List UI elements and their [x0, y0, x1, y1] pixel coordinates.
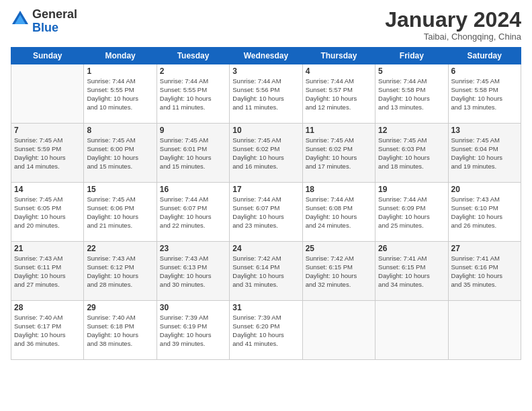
day-cell: 9Sunrise: 7:45 AM Sunset: 6:01 PM Daylig…	[157, 124, 229, 183]
date-number: 4	[306, 66, 372, 76]
day-info: Sunrise: 7:40 AM Sunset: 6:18 PM Dayligh…	[87, 314, 153, 348]
week-row-1: 1Sunrise: 7:44 AM Sunset: 5:55 PM Daylig…	[11, 64, 521, 124]
calendar-page: General Blue January 2024 Taibai, Chongq…	[0, 0, 532, 411]
day-cell	[11, 64, 84, 124]
day-cell: 24Sunrise: 7:42 AM Sunset: 6:14 PM Dayli…	[230, 242, 302, 301]
logo-icon	[11, 9, 30, 28]
date-number: 19	[378, 185, 445, 194]
day-cell: 13Sunrise: 7:45 AM Sunset: 6:04 PM Dayli…	[448, 124, 521, 183]
day-info: Sunrise: 7:44 AM Sunset: 5:55 PM Dayligh…	[87, 77, 153, 111]
day-info: Sunrise: 7:45 AM Sunset: 5:59 PM Dayligh…	[14, 136, 81, 171]
day-cell: 4Sunrise: 7:44 AM Sunset: 5:57 PM Daylig…	[302, 64, 375, 124]
date-number: 21	[14, 244, 81, 253]
day-info: Sunrise: 7:43 AM Sunset: 6:10 PM Dayligh…	[451, 195, 518, 230]
day-cell: 14Sunrise: 7:45 AM Sunset: 6:05 PM Dayli…	[11, 183, 84, 242]
date-number: 9	[160, 126, 226, 135]
day-info: Sunrise: 7:45 AM Sunset: 6:05 PM Dayligh…	[14, 195, 81, 230]
date-number: 26	[378, 244, 445, 253]
week-row-3: 14Sunrise: 7:45 AM Sunset: 6:05 PM Dayli…	[11, 183, 521, 242]
date-number: 31	[232, 303, 299, 312]
day-info: Sunrise: 7:39 AM Sunset: 6:20 PM Dayligh…	[232, 314, 299, 348]
day-cell: 27Sunrise: 7:41 AM Sunset: 6:16 PM Dayli…	[448, 242, 521, 301]
day-cell: 10Sunrise: 7:45 AM Sunset: 6:02 PM Dayli…	[230, 124, 302, 183]
day-info: Sunrise: 7:44 AM Sunset: 6:09 PM Dayligh…	[378, 195, 445, 230]
day-cell: 31Sunrise: 7:39 AM Sunset: 6:20 PM Dayli…	[230, 301, 302, 360]
logo: General Blue	[11, 8, 77, 35]
day-info: Sunrise: 7:45 AM Sunset: 6:01 PM Dayligh…	[160, 136, 226, 171]
day-cell: 28Sunrise: 7:40 AM Sunset: 6:17 PM Dayli…	[11, 301, 84, 360]
day-info: Sunrise: 7:44 AM Sunset: 5:58 PM Dayligh…	[378, 77, 445, 111]
date-number: 5	[378, 66, 445, 76]
date-number: 29	[87, 303, 153, 312]
day-cell: 23Sunrise: 7:43 AM Sunset: 6:13 PM Dayli…	[157, 242, 229, 301]
date-number: 10	[232, 126, 299, 135]
day-info: Sunrise: 7:45 AM Sunset: 6:02 PM Dayligh…	[232, 136, 299, 171]
date-number: 1	[87, 66, 153, 76]
day-cell: 8Sunrise: 7:45 AM Sunset: 6:00 PM Daylig…	[84, 124, 157, 183]
day-info: Sunrise: 7:45 AM Sunset: 6:02 PM Dayligh…	[306, 136, 372, 171]
date-number: 11	[306, 126, 372, 135]
day-cell: 2Sunrise: 7:44 AM Sunset: 5:55 PM Daylig…	[157, 64, 229, 124]
day-info: Sunrise: 7:43 AM Sunset: 6:13 PM Dayligh…	[160, 255, 226, 289]
day-cell: 26Sunrise: 7:41 AM Sunset: 6:15 PM Dayli…	[375, 242, 448, 301]
header: General Blue January 2024 Taibai, Chongq…	[11, 8, 521, 42]
date-number: 17	[232, 185, 299, 194]
location-subtitle: Taibai, Chongqing, China	[385, 32, 521, 42]
logo-text: General Blue	[32, 8, 77, 35]
calendar-table: SundayMondayTuesdayWednesdayThursdayFrid…	[11, 47, 521, 360]
day-info: Sunrise: 7:43 AM Sunset: 6:11 PM Dayligh…	[14, 255, 81, 289]
date-number: 23	[160, 244, 226, 253]
day-cell: 29Sunrise: 7:40 AM Sunset: 6:18 PM Dayli…	[84, 301, 157, 360]
day-info: Sunrise: 7:45 AM Sunset: 6:00 PM Dayligh…	[87, 136, 153, 171]
column-header-sunday: Sunday	[11, 48, 84, 64]
date-number: 22	[87, 244, 153, 253]
date-number: 18	[306, 185, 372, 194]
day-cell: 17Sunrise: 7:44 AM Sunset: 6:07 PM Dayli…	[230, 183, 302, 242]
date-number: 3	[232, 66, 299, 76]
day-cell	[448, 301, 521, 360]
day-cell: 5Sunrise: 7:44 AM Sunset: 5:58 PM Daylig…	[375, 64, 448, 124]
date-number: 28	[14, 303, 81, 312]
day-info: Sunrise: 7:43 AM Sunset: 6:12 PM Dayligh…	[87, 255, 153, 289]
day-cell: 15Sunrise: 7:45 AM Sunset: 6:06 PM Dayli…	[84, 183, 157, 242]
day-cell: 25Sunrise: 7:42 AM Sunset: 6:15 PM Dayli…	[302, 242, 375, 301]
day-info: Sunrise: 7:40 AM Sunset: 6:17 PM Dayligh…	[14, 314, 81, 348]
date-number: 27	[451, 244, 518, 253]
date-number: 8	[87, 126, 153, 135]
day-info: Sunrise: 7:44 AM Sunset: 5:57 PM Dayligh…	[306, 77, 372, 111]
day-info: Sunrise: 7:39 AM Sunset: 6:19 PM Dayligh…	[160, 314, 226, 348]
date-number: 16	[160, 185, 226, 194]
logo-general: General	[32, 8, 77, 21]
day-info: Sunrise: 7:44 AM Sunset: 5:56 PM Dayligh…	[232, 77, 299, 111]
day-info: Sunrise: 7:45 AM Sunset: 6:04 PM Dayligh…	[451, 136, 518, 171]
day-info: Sunrise: 7:44 AM Sunset: 6:07 PM Dayligh…	[232, 195, 299, 230]
day-cell: 19Sunrise: 7:44 AM Sunset: 6:09 PM Dayli…	[375, 183, 448, 242]
date-number: 15	[87, 185, 153, 194]
date-number: 12	[378, 126, 445, 135]
day-info: Sunrise: 7:44 AM Sunset: 6:07 PM Dayligh…	[160, 195, 226, 230]
day-cell: 22Sunrise: 7:43 AM Sunset: 6:12 PM Dayli…	[84, 242, 157, 301]
header-row: SundayMondayTuesdayWednesdayThursdayFrid…	[11, 48, 521, 64]
column-header-friday: Friday	[375, 48, 448, 64]
week-row-5: 28Sunrise: 7:40 AM Sunset: 6:17 PM Dayli…	[11, 301, 521, 360]
column-header-tuesday: Tuesday	[157, 48, 229, 64]
date-number: 6	[451, 66, 518, 76]
day-cell: 3Sunrise: 7:44 AM Sunset: 5:56 PM Daylig…	[230, 64, 302, 124]
day-info: Sunrise: 7:42 AM Sunset: 6:15 PM Dayligh…	[306, 255, 372, 289]
day-cell: 18Sunrise: 7:44 AM Sunset: 6:08 PM Dayli…	[302, 183, 375, 242]
day-cell: 7Sunrise: 7:45 AM Sunset: 5:59 PM Daylig…	[11, 124, 84, 183]
day-cell: 30Sunrise: 7:39 AM Sunset: 6:19 PM Dayli…	[157, 301, 229, 360]
date-number: 20	[451, 185, 518, 194]
date-number: 25	[306, 244, 372, 253]
day-info: Sunrise: 7:41 AM Sunset: 6:16 PM Dayligh…	[451, 255, 518, 289]
day-cell: 11Sunrise: 7:45 AM Sunset: 6:02 PM Dayli…	[302, 124, 375, 183]
day-info: Sunrise: 7:41 AM Sunset: 6:15 PM Dayligh…	[378, 255, 445, 289]
day-info: Sunrise: 7:44 AM Sunset: 6:08 PM Dayligh…	[306, 195, 372, 230]
week-row-2: 7Sunrise: 7:45 AM Sunset: 5:59 PM Daylig…	[11, 124, 521, 183]
day-info: Sunrise: 7:44 AM Sunset: 5:55 PM Dayligh…	[160, 77, 226, 111]
day-cell: 1Sunrise: 7:44 AM Sunset: 5:55 PM Daylig…	[84, 64, 157, 124]
column-header-saturday: Saturday	[448, 48, 521, 64]
date-number: 30	[160, 303, 226, 312]
day-cell	[375, 301, 448, 360]
day-info: Sunrise: 7:45 AM Sunset: 5:58 PM Dayligh…	[451, 77, 518, 111]
